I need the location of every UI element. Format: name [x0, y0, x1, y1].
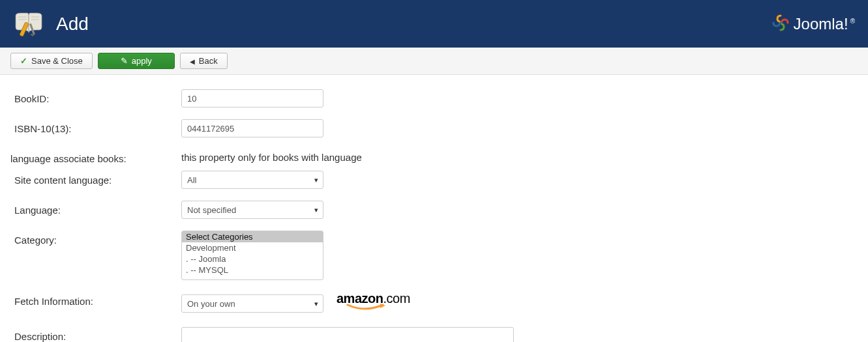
- row-bookid: BookID:: [10, 89, 858, 107]
- label-isbn: ISBN-10(13):: [10, 119, 181, 134]
- row-sitelang: Site content language: All: [10, 171, 858, 189]
- category-option[interactable]: . -- Joomla: [182, 253, 323, 264]
- trademark-icon: ®: [850, 18, 855, 25]
- row-language: Language: Not specified: [10, 201, 858, 219]
- label-associate: language associate books:: [10, 149, 181, 164]
- apply-icon: [121, 56, 128, 66]
- back-icon: [190, 56, 195, 66]
- row-associate: language associate books: this property …: [10, 149, 858, 164]
- row-fetch: Fetch Information: On your own amazon.co…: [10, 292, 858, 315]
- row-category: Category: Select Categories Development …: [10, 231, 858, 280]
- apply-button[interactable]: apply: [98, 53, 175, 69]
- save-close-label: Save & Close: [31, 56, 83, 66]
- check-icon: [20, 56, 27, 66]
- label-bookid: BookID:: [10, 89, 181, 104]
- back-button[interactable]: Back: [180, 53, 228, 69]
- toolbar: Save & Close apply Back: [0, 48, 868, 75]
- row-isbn: ISBN-10(13):: [10, 119, 858, 137]
- label-fetch: Fetch Information:: [10, 292, 181, 307]
- apply-label: apply: [132, 56, 152, 66]
- book-tools-icon: [13, 10, 44, 38]
- language-select[interactable]: Not specified: [181, 201, 323, 219]
- category-option[interactable]: . -- MYSQL: [182, 264, 323, 276]
- label-description: Description:: [10, 327, 181, 342]
- header: Add Joomla! ®: [0, 0, 868, 48]
- label-category: Category:: [10, 231, 181, 246]
- joomla-logo: Joomla! ®: [771, 13, 855, 35]
- label-language: Language:: [10, 201, 181, 216]
- bookid-input[interactable]: [181, 89, 323, 107]
- category-option[interactable]: Select Categories: [182, 231, 323, 242]
- description-input[interactable]: [181, 327, 514, 342]
- joomla-brand-text: Joomla!: [794, 15, 848, 33]
- amazon-text: amazon.com: [337, 292, 410, 305]
- joomla-symbol-icon: [771, 13, 790, 35]
- sitelang-select[interactable]: All: [181, 171, 323, 189]
- page-title: Add: [56, 14, 89, 35]
- label-sitelang: Site content language:: [10, 171, 181, 186]
- associate-hint: this property only for books with langua…: [181, 149, 362, 163]
- isbn-input[interactable]: [181, 119, 323, 137]
- row-description: Description:: [10, 327, 858, 342]
- back-label: Back: [199, 56, 218, 66]
- save-close-button[interactable]: Save & Close: [10, 53, 93, 69]
- amazon-smile-icon: [344, 304, 402, 311]
- category-option[interactable]: Development: [182, 242, 323, 253]
- form-area: BookID: ISBN-10(13): language associate …: [0, 75, 868, 342]
- fetch-select[interactable]: On your own: [181, 294, 323, 313]
- category-select[interactable]: Select Categories Development . -- Jooml…: [181, 231, 323, 280]
- amazon-logo: amazon.com: [337, 292, 410, 315]
- header-left: Add: [13, 10, 89, 38]
